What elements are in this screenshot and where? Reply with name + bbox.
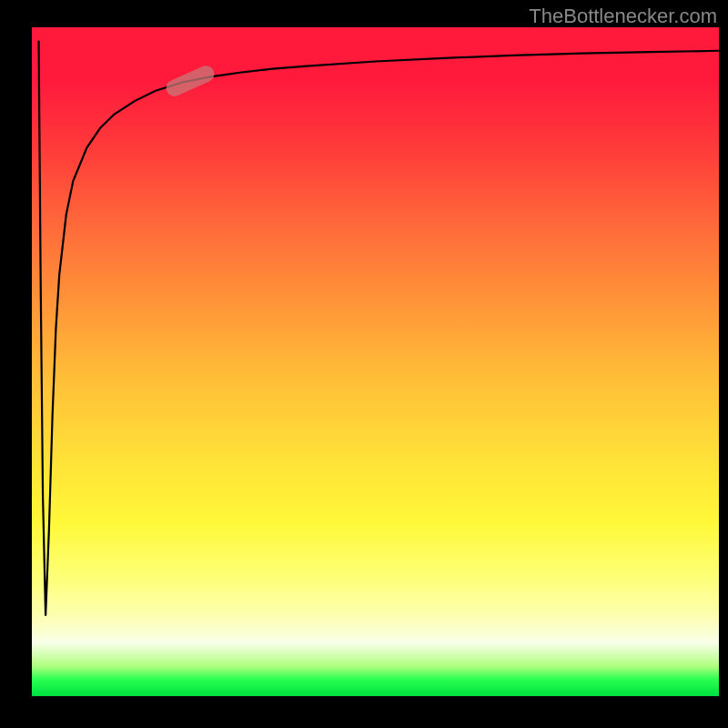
axis-bottom-margin [0,696,728,728]
bottleneck-curve [39,41,719,616]
axis-left-margin [0,0,32,728]
watermark-text: TheBottlenecker.com [529,5,717,28]
bottleneck-curve-svg [32,27,719,696]
